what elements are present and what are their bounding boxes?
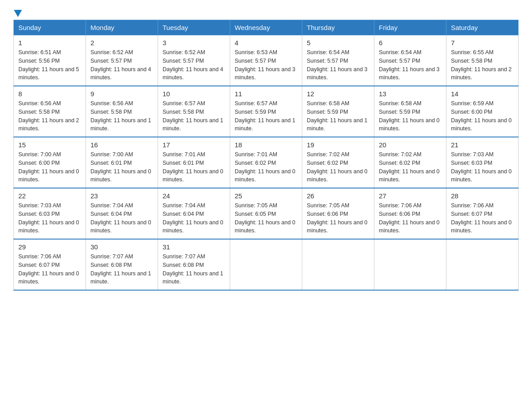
day-info: Sunrise: 7:05 AMSunset: 6:06 PMDaylight:… <box>307 202 368 234</box>
day-number: 24 <box>163 192 225 200</box>
calendar-day-cell: 20Sunrise: 7:02 AMSunset: 6:02 PMDayligh… <box>374 137 446 188</box>
day-number: 2 <box>90 39 153 47</box>
day-number: 11 <box>235 90 297 98</box>
day-info: Sunrise: 6:57 AMSunset: 5:58 PMDaylight:… <box>163 100 223 132</box>
day-info: Sunrise: 7:01 AMSunset: 6:01 PMDaylight:… <box>163 151 223 183</box>
calendar-day-cell: 23Sunrise: 7:04 AMSunset: 6:04 PMDayligh… <box>86 188 158 239</box>
day-number: 1 <box>18 39 81 47</box>
day-info: Sunrise: 7:04 AMSunset: 6:04 PMDaylight:… <box>163 202 223 234</box>
day-info: Sunrise: 7:02 AMSunset: 6:02 PMDaylight:… <box>379 151 440 183</box>
day-info: Sunrise: 7:03 AMSunset: 6:03 PMDaylight:… <box>18 202 79 234</box>
day-info: Sunrise: 6:58 AMSunset: 5:59 PMDaylight:… <box>379 100 440 132</box>
day-number: 15 <box>18 141 81 149</box>
page-header <box>13 9 519 15</box>
calendar-day-cell: 27Sunrise: 7:06 AMSunset: 6:06 PMDayligh… <box>374 188 446 239</box>
day-number: 19 <box>307 141 369 149</box>
day-info: Sunrise: 7:06 AMSunset: 6:07 PMDaylight:… <box>18 253 79 285</box>
day-info: Sunrise: 6:57 AMSunset: 5:59 PMDaylight:… <box>235 100 296 132</box>
day-header-sunday: Sunday <box>14 20 86 35</box>
calendar-day-cell: 2Sunrise: 6:52 AMSunset: 5:57 PMDaylight… <box>86 35 158 86</box>
day-number: 20 <box>379 141 442 149</box>
calendar-day-cell <box>230 239 302 290</box>
calendar-day-cell: 14Sunrise: 6:59 AMSunset: 6:00 PMDayligh… <box>446 86 519 137</box>
calendar-day-cell: 8Sunrise: 6:56 AMSunset: 5:58 PMDaylight… <box>14 86 86 137</box>
day-header-thursday: Thursday <box>302 20 374 35</box>
calendar-day-cell <box>302 239 374 290</box>
day-info: Sunrise: 7:00 AMSunset: 6:00 PMDaylight:… <box>18 151 79 183</box>
calendar-day-cell: 30Sunrise: 7:07 AMSunset: 6:08 PMDayligh… <box>86 239 158 290</box>
calendar-day-cell: 15Sunrise: 7:00 AMSunset: 6:00 PMDayligh… <box>14 137 86 188</box>
day-number: 5 <box>307 39 369 47</box>
day-number: 21 <box>451 141 514 149</box>
calendar-day-cell: 1Sunrise: 6:51 AMSunset: 5:56 PMDaylight… <box>14 35 86 86</box>
day-number: 26 <box>307 192 369 200</box>
calendar-day-cell: 12Sunrise: 6:58 AMSunset: 5:59 PMDayligh… <box>302 86 374 137</box>
day-info: Sunrise: 7:03 AMSunset: 6:03 PMDaylight:… <box>451 151 512 183</box>
calendar-day-cell: 16Sunrise: 7:00 AMSunset: 6:01 PMDayligh… <box>86 137 158 188</box>
calendar-day-cell: 9Sunrise: 6:56 AMSunset: 5:58 PMDaylight… <box>86 86 158 137</box>
calendar-day-cell: 10Sunrise: 6:57 AMSunset: 5:58 PMDayligh… <box>158 86 230 137</box>
day-number: 31 <box>163 243 225 251</box>
calendar-day-cell: 7Sunrise: 6:55 AMSunset: 5:58 PMDaylight… <box>446 35 519 86</box>
calendar-day-cell: 25Sunrise: 7:05 AMSunset: 6:05 PMDayligh… <box>230 188 302 239</box>
day-info: Sunrise: 7:04 AMSunset: 6:04 PMDaylight:… <box>90 202 151 234</box>
calendar-day-cell <box>374 239 446 290</box>
day-info: Sunrise: 6:55 AMSunset: 5:58 PMDaylight:… <box>451 49 512 81</box>
day-number: 9 <box>90 90 153 98</box>
calendar-day-cell: 18Sunrise: 7:01 AMSunset: 6:02 PMDayligh… <box>230 137 302 188</box>
day-header-monday: Monday <box>86 20 158 35</box>
day-info: Sunrise: 6:54 AMSunset: 5:57 PMDaylight:… <box>307 49 368 81</box>
calendar-week-row: 8Sunrise: 6:56 AMSunset: 5:58 PMDaylight… <box>14 86 519 137</box>
day-number: 10 <box>163 90 225 98</box>
day-info: Sunrise: 6:53 AMSunset: 5:57 PMDaylight:… <box>235 49 296 81</box>
day-info: Sunrise: 7:05 AMSunset: 6:05 PMDaylight:… <box>235 202 296 234</box>
day-info: Sunrise: 7:06 AMSunset: 6:07 PMDaylight:… <box>451 202 512 234</box>
day-number: 13 <box>379 90 442 98</box>
day-number: 4 <box>235 39 297 47</box>
day-number: 30 <box>90 243 153 251</box>
calendar-day-cell: 3Sunrise: 6:52 AMSunset: 5:57 PMDaylight… <box>158 35 230 86</box>
day-info: Sunrise: 6:51 AMSunset: 5:56 PMDaylight:… <box>18 49 79 81</box>
day-number: 25 <box>235 192 297 200</box>
calendar-day-cell: 6Sunrise: 6:54 AMSunset: 5:57 PMDaylight… <box>374 35 446 86</box>
calendar-day-cell: 26Sunrise: 7:05 AMSunset: 6:06 PMDayligh… <box>302 188 374 239</box>
calendar-week-row: 29Sunrise: 7:06 AMSunset: 6:07 PMDayligh… <box>14 239 519 290</box>
day-number: 17 <box>163 141 225 149</box>
day-info: Sunrise: 7:07 AMSunset: 6:08 PMDaylight:… <box>90 253 151 285</box>
day-number: 18 <box>235 141 297 149</box>
day-number: 16 <box>90 141 153 149</box>
calendar-day-cell: 28Sunrise: 7:06 AMSunset: 6:07 PMDayligh… <box>446 188 519 239</box>
day-number: 28 <box>451 192 514 200</box>
day-number: 12 <box>307 90 369 98</box>
day-header-saturday: Saturday <box>446 20 519 35</box>
day-info: Sunrise: 6:52 AMSunset: 5:57 PMDaylight:… <box>163 49 223 81</box>
calendar-week-row: 1Sunrise: 6:51 AMSunset: 5:56 PMDaylight… <box>14 35 519 86</box>
day-info: Sunrise: 6:56 AMSunset: 5:58 PMDaylight:… <box>90 100 151 132</box>
logo <box>13 9 22 15</box>
day-info: Sunrise: 7:06 AMSunset: 6:06 PMDaylight:… <box>379 202 440 234</box>
calendar-day-cell: 22Sunrise: 7:03 AMSunset: 6:03 PMDayligh… <box>14 188 86 239</box>
day-info: Sunrise: 6:58 AMSunset: 5:59 PMDaylight:… <box>307 100 368 132</box>
calendar-day-cell <box>446 239 519 290</box>
day-number: 29 <box>18 243 81 251</box>
calendar-day-cell: 21Sunrise: 7:03 AMSunset: 6:03 PMDayligh… <box>446 137 519 188</box>
logo-triangle-icon <box>14 10 22 17</box>
day-info: Sunrise: 6:56 AMSunset: 5:58 PMDaylight:… <box>18 100 79 132</box>
calendar-day-cell: 19Sunrise: 7:02 AMSunset: 6:02 PMDayligh… <box>302 137 374 188</box>
calendar-day-cell: 13Sunrise: 6:58 AMSunset: 5:59 PMDayligh… <box>374 86 446 137</box>
calendar-week-row: 15Sunrise: 7:00 AMSunset: 6:00 PMDayligh… <box>14 137 519 188</box>
calendar-day-cell: 17Sunrise: 7:01 AMSunset: 6:01 PMDayligh… <box>158 137 230 188</box>
day-header-friday: Friday <box>374 20 446 35</box>
day-number: 23 <box>90 192 153 200</box>
day-header-tuesday: Tuesday <box>158 20 230 35</box>
day-info: Sunrise: 7:07 AMSunset: 6:08 PMDaylight:… <box>163 253 223 285</box>
calendar-day-cell: 24Sunrise: 7:04 AMSunset: 6:04 PMDayligh… <box>158 188 230 239</box>
calendar-day-cell: 5Sunrise: 6:54 AMSunset: 5:57 PMDaylight… <box>302 35 374 86</box>
calendar-day-cell: 29Sunrise: 7:06 AMSunset: 6:07 PMDayligh… <box>14 239 86 290</box>
calendar-week-row: 22Sunrise: 7:03 AMSunset: 6:03 PMDayligh… <box>14 188 519 239</box>
day-number: 8 <box>18 90 81 98</box>
day-info: Sunrise: 7:02 AMSunset: 6:02 PMDaylight:… <box>307 151 368 183</box>
day-number: 7 <box>451 39 514 47</box>
calendar-table: SundayMondayTuesdayWednesdayThursdayFrid… <box>13 20 519 291</box>
day-info: Sunrise: 6:54 AMSunset: 5:57 PMDaylight:… <box>379 49 440 81</box>
